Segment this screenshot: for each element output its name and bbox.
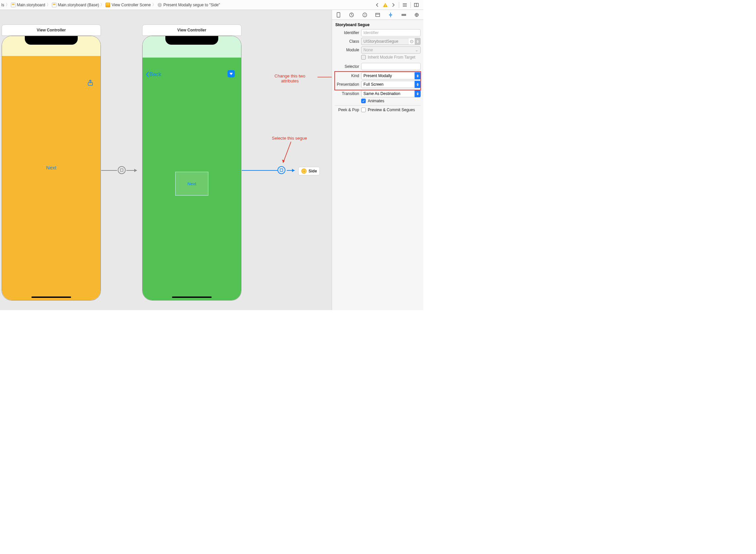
back-button-label: Back [149,71,162,77]
label-transition: Transition [335,91,359,96]
inherit-module-label: Inherit Module From Target [368,55,416,60]
issues-warning-icon[interactable] [382,1,389,9]
breadcrumb-item-4[interactable]: Present Modally segue to "Side" [158,3,220,7]
svg-rect-3 [385,6,385,6]
breadcrumb: ls 〉 Main.storyboard 〉 Main.storyboard (… [1,2,374,8]
row-selector: Selector [335,63,421,70]
row-transition: Transition Same As Destination [335,90,421,97]
nav-forward-button[interactable] [390,1,397,9]
transition-dropdown-button[interactable] [415,90,421,97]
svg-rect-2 [385,4,385,6]
next-button-label: Next [46,165,57,170]
inspector-tabs: ? [332,10,423,20]
editor-top-bar: ls 〉 Main.storyboard 〉 Main.storyboard (… [0,0,423,10]
phone-frame: Next [2,36,101,300]
inspector-tab-identity[interactable] [371,10,384,19]
highlighted-attributes: Kind Present Modally Presentation Full S… [335,71,421,90]
transition-select[interactable]: Same As Destination [361,90,415,97]
scene-icon [106,3,110,7]
storyboard-file-icon [52,3,57,7]
phone-notch [25,36,78,45]
inspector-panel: ? Storyboard Segue Identifier Class UISt… [332,10,423,310]
inspector-tab-file[interactable] [332,10,345,19]
toolbar-separator [411,2,411,8]
animates-checkbox[interactable] [361,99,366,103]
inspector-tab-size[interactable] [397,10,410,19]
home-indicator [172,296,212,298]
container-view-label: Next [188,181,196,186]
container-view[interactable]: Next [175,172,208,196]
row-inherit: Inherit Module From Target [335,55,421,60]
breadcrumb-label: Main.storyboard [17,3,45,7]
row-class: Class UIStoryboardSegue ⊙ [335,38,421,45]
storyboard-canvas[interactable]: View Controller Next [0,10,332,310]
peek-pop-label: Preview & Commit Segues [368,108,415,112]
inspector-tab-help[interactable]: ? [358,10,371,19]
side-vc-label: Side [309,169,317,173]
annotation-segue: Selecte this segue [272,136,307,141]
breadcrumb-item-2[interactable]: Main.storyboard (Base) [52,3,99,7]
label-selector: Selector [335,64,359,69]
label-kind: Kind [335,73,359,78]
row-identifier: Identifier [335,29,421,37]
chevron-left-icon [145,71,149,77]
annotation-arrow-1 [317,75,332,79]
class-dropdown-button[interactable] [415,38,421,45]
label-module: Module [335,48,359,52]
segue-node-modal[interactable] [277,166,286,174]
class-clear-button[interactable]: ⊙ [409,38,415,45]
scene-title-bar[interactable]: View Controller [142,24,241,36]
kind-dropdown-button[interactable] [415,72,421,79]
scene-title-label: View Controller [37,28,66,33]
annotation-arrow-2 [281,142,294,166]
breadcrumb-item-0[interactable]: ls [1,3,4,7]
row-kind: Kind Present Modally [335,72,421,79]
identifier-field[interactable] [361,29,421,37]
module-field[interactable]: None⌄ [361,46,421,54]
nav-back-button[interactable] [374,1,381,9]
scene-title-label: View Controller [177,28,206,33]
scene-view-controller-1[interactable]: View Controller Next [2,24,101,300]
annotation-attributes: Change this two attributes [274,73,305,84]
scene-view-controller-2[interactable]: View Controller Back Next [142,24,241,300]
class-value: UIStoryboardSegue [364,39,398,44]
inspector-tab-history[interactable] [345,10,358,19]
transition-value: Same As Destination [364,91,400,96]
breadcrumb-separator: 〉 [6,2,10,8]
svg-rect-15 [337,13,340,17]
breadcrumb-label: Present Modally segue to "Side" [164,3,220,7]
assistant-editor-button[interactable] [413,1,420,9]
presentation-dropdown-button[interactable] [415,81,421,88]
svg-rect-9 [120,169,123,171]
scene-title-bar[interactable]: View Controller [2,24,101,36]
toolbar-separator [399,2,399,8]
row-animates: Animates [335,99,421,103]
presentation-select[interactable]: Full Screen [361,81,415,88]
outline-view-button[interactable] [401,1,408,9]
next-button[interactable]: Next [2,165,101,170]
inspector-tab-attributes[interactable] [384,10,397,19]
back-button[interactable]: Back [145,71,162,77]
class-field[interactable]: UIStoryboardSegue [361,38,409,45]
share-icon[interactable] [87,79,94,88]
selector-field[interactable] [361,63,421,70]
breadcrumb-item-1[interactable]: Main.storyboard [11,3,45,7]
kind-select[interactable]: Present Modally [361,72,415,79]
inherit-module-checkbox[interactable] [361,55,366,60]
storyboard-file-icon [11,3,15,7]
inspector-body: Storyboard Segue Identifier Class UIStor… [332,20,423,116]
phone-notch [165,36,218,45]
peek-pop-checkbox[interactable] [361,108,366,112]
kind-value: Present Modally [364,73,392,78]
inspector-section-title: Storyboard Segue [335,22,421,27]
svg-rect-1 [159,4,161,5]
label-presentation: Presentation [335,82,359,87]
download-icon[interactable] [228,70,235,77]
segue-connector-2[interactable] [242,165,298,175]
row-peek-pop: Peek & Pop Preview & Commit Segues [335,108,421,112]
scene-side-placeholder[interactable]: Side [298,167,320,175]
inspector-tab-connections[interactable] [411,10,423,19]
segue-node-show[interactable] [118,166,126,174]
label-class: Class [335,39,359,44]
breadcrumb-item-3[interactable]: View Controller Scene [106,3,151,7]
